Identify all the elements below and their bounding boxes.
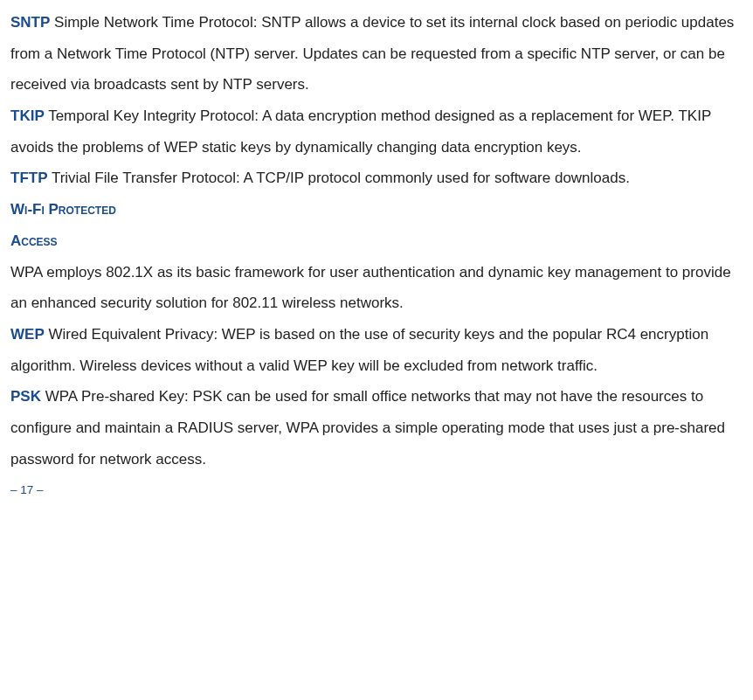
entry-psk: PSK WPA Pre-shared Key: PSK can be used …	[10, 381, 743, 475]
def-wpa: WPA employs 802.1X as its basic framewor…	[10, 264, 731, 312]
entry-tftp: TFTP Trivial File Transfer Protocol: A T…	[10, 163, 743, 194]
term-psk: PSK	[10, 388, 41, 405]
term-wep: WEP	[10, 326, 45, 343]
page-number: – 17 –	[10, 478, 743, 502]
def-wep: Wired Equivalent Privacy: WEP is based o…	[10, 326, 708, 374]
def-tkip: Temporal Key Integrity Protocol: A data …	[10, 107, 711, 156]
entry-wpa: WPA employs 802.1X as its basic framewor…	[10, 257, 743, 319]
heading-wpa-line2: Access	[10, 225, 743, 257]
term-tkip: TKIP	[10, 107, 45, 124]
heading-wpa-line1: Wi-Fi Protected	[10, 194, 743, 225]
def-psk: WPA Pre-shared Key: PSK can be used for …	[10, 388, 725, 467]
entry-wep: WEP Wired Equivalent Privacy: WEP is bas…	[10, 319, 743, 381]
def-sntp: Simple Network Time Protocol: SNTP allow…	[10, 14, 734, 93]
entry-sntp: SNTP Simple Network Time Protocol: SNTP …	[10, 7, 743, 100]
entry-tkip: TKIP Temporal Key Integrity Protocol: A …	[10, 100, 743, 163]
def-tftp: Trivial File Transfer Protocol: A TCP/IP…	[52, 170, 630, 186]
glossary-content: SNTP Simple Network Time Protocol: SNTP …	[10, 7, 743, 503]
term-tftp: TFTP	[10, 170, 48, 186]
term-sntp: SNTP	[10, 14, 50, 31]
